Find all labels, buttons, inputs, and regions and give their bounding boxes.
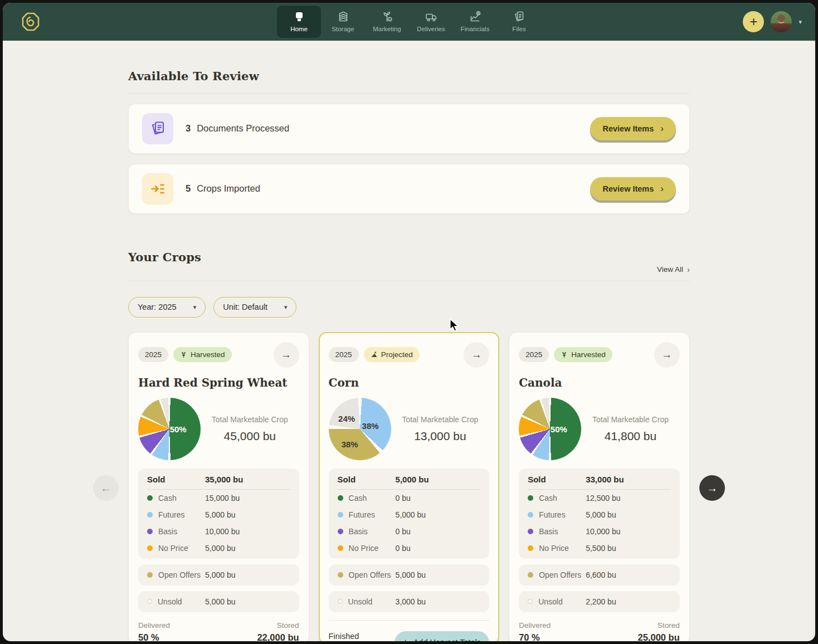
sold-row-value: 5,000 bu: [396, 510, 481, 519]
nav-tab-marketing[interactable]: Marketing: [365, 3, 409, 41]
sold-row-label: Basis: [349, 527, 368, 536]
crop-status-pill: Harvested: [554, 347, 612, 362]
pie-slice-label: 24%: [338, 413, 355, 423]
sold-row: Futures 5,000 bu: [528, 506, 671, 523]
crop-year-pill: 2025: [519, 347, 549, 362]
nav-right: + ▾: [743, 3, 802, 41]
sold-row-value: 12,500 bu: [586, 494, 671, 502]
year-filter-dropdown[interactable]: Year: 2025 ▾: [128, 297, 206, 318]
nav-tab-home[interactable]: Home: [277, 6, 321, 38]
carousel-next-button[interactable]: →: [699, 475, 725, 501]
sold-row-label: No Price: [539, 544, 569, 553]
delivery-footer: Delivered Stored 50 % 22,000 bu: [138, 621, 299, 641]
view-all-link[interactable]: View All ›: [657, 265, 690, 274]
sold-row: Cash 15,000 bu: [147, 490, 290, 506]
sold-row-dot: [528, 512, 533, 518]
sold-row: No Price 5,500 bu: [528, 540, 671, 557]
nav-tab-label: Home: [290, 26, 308, 32]
open-offers-row: Open Offers 6,600 bu: [519, 564, 680, 586]
harvest-prompt-text: Finished combining?: [329, 630, 388, 641]
crop-card-open-button[interactable]: →: [654, 342, 680, 368]
sold-row: Cash 12,500 bu: [528, 490, 671, 506]
crop-name: Hard Red Spring Wheat: [138, 376, 299, 389]
nav-tab-label: Deliveries: [417, 26, 445, 32]
sold-row-label: Futures: [158, 510, 184, 519]
nav-tab-label: Files: [512, 26, 525, 32]
review-items-button[interactable]: Review Items ›: [590, 177, 676, 201]
nav-tab-storage[interactable]: Storage: [321, 3, 365, 41]
crop-status-pill: Harvested: [173, 347, 232, 362]
divider: [128, 281, 690, 281]
sold-row-value: 0 bu: [396, 527, 481, 536]
crop-pie-chart: 50%: [138, 398, 201, 460]
sold-row-label: Cash: [158, 494, 177, 502]
crop-card-open-button[interactable]: →: [464, 342, 489, 368]
crop-status-label: Projected: [381, 350, 413, 359]
review-label: Documents Processed: [197, 123, 289, 134]
user-avatar[interactable]: [771, 11, 792, 32]
sold-breakdown: Sold 35,000 bu Cash 15,000 bu Futures 5,…: [138, 469, 299, 559]
carousel-prev-button[interactable]: ←: [93, 475, 119, 501]
sold-row: No Price 5,000 bu: [147, 540, 290, 557]
open-offers-value: 6,600 bu: [586, 570, 671, 579]
sold-row: Basis 0 bu: [338, 523, 481, 540]
main-content: Available To Review 3 Documents Processe…: [128, 41, 690, 641]
sold-label: Sold: [338, 475, 396, 484]
app-window: Home Storage Marketing Deliveries Financ…: [3, 3, 815, 641]
crop-card-open-button[interactable]: →: [274, 342, 299, 368]
crop-card-canola: 2025 Harvested → Canola 50% Total Market…: [509, 332, 690, 641]
review-items-button[interactable]: Review Items ›: [590, 117, 676, 140]
add-button[interactable]: +: [743, 11, 764, 32]
projected-icon: [371, 351, 378, 358]
nav-tab-label: Financials: [461, 26, 490, 32]
crop-cards-carousel: ← 2025 Harvested → Hard Red Spring Wheat…: [128, 332, 690, 641]
open-offers-value: 5,000 bu: [396, 570, 481, 579]
nav-tab-files[interactable]: Files: [497, 3, 541, 41]
unsold-value: 5,000 bu: [205, 597, 290, 606]
sold-row-label: No Price: [349, 544, 379, 553]
sold-row-value: 10,000 bu: [586, 527, 671, 536]
plus-icon: +: [403, 637, 408, 641]
crops-section-title: Your Crops: [128, 250, 201, 264]
open-offers-row: Open Offers 5,000 bu: [329, 564, 490, 586]
sold-row-value: 10,000 bu: [205, 527, 290, 536]
chevron-down-icon: ▾: [193, 304, 197, 311]
unsold-dot: [338, 599, 343, 604]
sold-row-dot: [147, 495, 153, 501]
crop-year-pill: 2025: [138, 347, 168, 362]
unsold-label: Unsold: [158, 597, 182, 606]
sold-row-dot: [528, 545, 533, 551]
import-arrow-icon: [142, 173, 173, 204]
crop-card-hard-red-spring-wheat: 2025 Harvested → Hard Red Spring Wheat 5…: [128, 332, 309, 641]
pie-slice-label: 38%: [342, 439, 358, 448]
nav-tab-deliveries[interactable]: Deliveries: [409, 3, 453, 41]
unsold-row: Unsold 2,200 bu: [519, 591, 680, 612]
sold-row-label: Cash: [349, 494, 367, 502]
sold-total-value: 35,000 bu: [205, 475, 290, 484]
sold-row-label: Cash: [539, 494, 557, 502]
unsold-row: Unsold 5,000 bu: [138, 591, 299, 612]
sold-row-label: Basis: [539, 527, 558, 536]
sold-row-dot: [147, 512, 153, 518]
chevron-right-icon: ›: [660, 183, 664, 194]
unit-filter-dropdown[interactable]: Unit: Default ▾: [213, 297, 296, 318]
sold-row-dot: [338, 529, 343, 534]
review-label: Crops Imported: [197, 183, 260, 194]
add-harvest-totals-button[interactable]: + Add Harvest Totals: [395, 631, 490, 641]
sold-row: Cash 0 bu: [338, 490, 481, 506]
brand-logo[interactable]: [20, 11, 42, 33]
crop-name: Canola: [519, 376, 680, 389]
sold-total-value: 5,000 bu: [396, 475, 481, 484]
chevron-down-icon[interactable]: ▾: [798, 18, 802, 26]
wheat-plant-icon: [381, 10, 394, 23]
crop-pie-chart: 38%38%24%: [329, 398, 391, 460]
review-card: 5 Crops Imported Review Items ›: [128, 164, 690, 214]
view-all-label: View All: [657, 265, 683, 274]
crops-filters: Year: 2025 ▾ Unit: Default ▾: [128, 297, 690, 318]
open-offers-label: Open Offers: [349, 570, 391, 579]
unit-filter-label: Unit: Default: [223, 303, 267, 311]
sold-row-value: 5,000 bu: [586, 510, 671, 519]
nav-tab-financials[interactable]: Financials: [453, 3, 497, 41]
chevron-right-icon: ›: [660, 123, 664, 134]
top-nav: Home Storage Marketing Deliveries Financ…: [3, 3, 815, 41]
